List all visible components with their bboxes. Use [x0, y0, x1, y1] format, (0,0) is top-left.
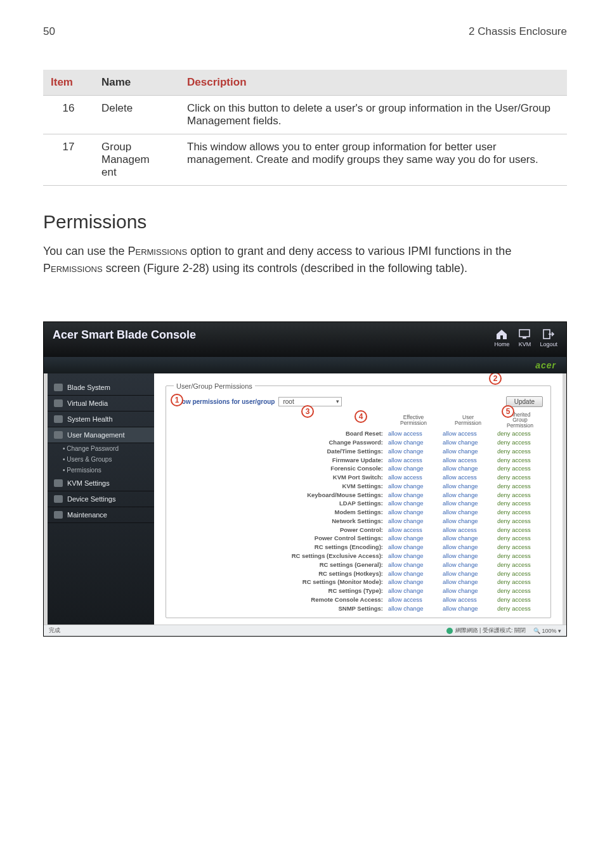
- sidebar-subitem[interactable]: • Users & Groups: [48, 454, 154, 465]
- perm-group: deny access: [497, 586, 543, 595]
- permission-row: Modem Settings:allow changeallow changed…: [174, 508, 543, 517]
- logout-icon[interactable]: Logout: [540, 328, 557, 348]
- perm-name: RC settings (Encoding):: [174, 543, 384, 552]
- sidebar-item[interactable]: Maintenance: [48, 507, 154, 523]
- perm-user[interactable]: allow change: [443, 499, 493, 508]
- perm-user[interactable]: allow change: [443, 586, 493, 595]
- perm-effective[interactable]: allow change: [388, 464, 439, 473]
- status-left: 完成: [49, 626, 60, 635]
- sidebar-item[interactable]: System Health: [48, 411, 154, 427]
- sidebar-subitem[interactable]: • Change Password: [48, 443, 154, 454]
- perm-user[interactable]: allow access: [443, 473, 493, 482]
- console-title: Acer Smart Blade Console: [53, 328, 196, 342]
- perm-effective[interactable]: allow change: [388, 586, 439, 595]
- perm-user[interactable]: allow change: [443, 438, 493, 447]
- figure-2-28: Acer Smart Blade Console Home KVM Logout…: [43, 321, 567, 637]
- sidebar-item[interactable]: Device Settings: [48, 491, 154, 507]
- perm-group: deny access: [497, 491, 543, 500]
- perm-effective[interactable]: allow change: [388, 560, 439, 569]
- permission-row: Board Reset:allow accessallow accessdeny…: [174, 429, 543, 438]
- perm-effective[interactable]: allow access: [388, 429, 439, 438]
- update-button[interactable]: Update: [506, 396, 543, 407]
- perm-user[interactable]: allow change: [443, 578, 493, 586]
- show-label: Show permissions for user/group: [174, 398, 275, 405]
- logout-label: Logout: [540, 341, 557, 347]
- user-group-select[interactable]: root: [278, 397, 342, 406]
- th-desc: Description: [179, 70, 567, 96]
- perm-name: Change Password:: [174, 438, 384, 447]
- perm-user[interactable]: allow change: [443, 447, 493, 456]
- perm-user[interactable]: allow change: [443, 491, 493, 500]
- perm-group: deny access: [497, 508, 543, 517]
- perm-effective[interactable]: allow change: [388, 482, 439, 491]
- perm-user[interactable]: allow change: [443, 482, 493, 491]
- home-icon[interactable]: Home: [494, 328, 509, 348]
- kvm-icon[interactable]: KVM: [518, 328, 531, 348]
- permission-row: Keyboard/Mouse Settings:allow changeallo…: [174, 491, 543, 500]
- perm-user[interactable]: allow change: [443, 604, 493, 613]
- perm-name: Forensic Console:: [174, 464, 384, 473]
- perm-effective[interactable]: allow access: [388, 526, 439, 534]
- perm-effective[interactable]: allow change: [388, 438, 439, 447]
- perm-user[interactable]: allow change: [443, 534, 493, 543]
- perm-effective[interactable]: allow access: [388, 473, 439, 482]
- sidebar-item[interactable]: Virtual Media: [48, 396, 154, 411]
- perm-effective[interactable]: allow change: [388, 499, 439, 508]
- page-header: 50 2 Chassis Enclosure: [43, 25, 567, 38]
- perm-effective[interactable]: allow access: [388, 456, 439, 465]
- perm-user[interactable]: allow change: [443, 517, 493, 526]
- perm-effective[interactable]: allow change: [388, 543, 439, 552]
- perm-effective[interactable]: allow change: [388, 578, 439, 586]
- titlebar-icons: Home KVM Logout: [494, 328, 557, 348]
- sidebar-item[interactable]: Blade System: [48, 380, 154, 396]
- section-title: Permissions: [43, 211, 567, 233]
- perm-user[interactable]: allow change: [443, 560, 493, 569]
- perm-effective[interactable]: allow change: [388, 552, 439, 560]
- perm-user[interactable]: allow access: [443, 429, 493, 438]
- perm-effective[interactable]: allow change: [388, 517, 439, 526]
- perm-group: deny access: [497, 482, 543, 491]
- perm-effective[interactable]: allow change: [388, 604, 439, 613]
- perm-effective[interactable]: allow change: [388, 569, 439, 578]
- permission-row: KVM Port Switch:allow accessallow access…: [174, 473, 543, 482]
- nav-label: Device Settings: [67, 495, 115, 503]
- svg-rect-1: [523, 337, 526, 339]
- nav-label: Maintenance: [67, 511, 107, 519]
- perm-group: deny access: [497, 473, 543, 482]
- perm-user[interactable]: allow change: [443, 569, 493, 578]
- sidebar-subitem[interactable]: • Permissions: [48, 465, 154, 476]
- perm-user[interactable]: allow change: [443, 552, 493, 560]
- perm-group: deny access: [497, 569, 543, 578]
- nav-glyph-icon: [54, 479, 63, 487]
- perm-user[interactable]: allow change: [443, 508, 493, 517]
- callout-1: 1: [171, 394, 183, 406]
- console-body: Blade SystemVirtual MediaSystem HealthUs…: [44, 373, 566, 625]
- sidebar-item[interactable]: User Management: [48, 427, 154, 443]
- perm-user[interactable]: allow change: [443, 464, 493, 473]
- col2-line2: Permission: [443, 420, 493, 426]
- callout-4: 4: [355, 410, 367, 423]
- perm-group: deny access: [497, 464, 543, 473]
- nav-glyph-icon: [54, 384, 63, 391]
- acer-console: Acer Smart Blade Console Home KVM Logout…: [43, 321, 567, 637]
- perm-name: Firmware Update:: [174, 456, 384, 465]
- perm-group: deny access: [497, 543, 543, 552]
- perm-name: Power Control:: [174, 526, 384, 534]
- sidebar-item[interactable]: KVM Settings: [48, 476, 154, 491]
- console-titlebar: Acer Smart Blade Console Home KVM Logout: [44, 322, 566, 357]
- permission-row: LDAP Settings:allow changeallow changede…: [174, 499, 543, 508]
- perm-effective[interactable]: allow change: [388, 447, 439, 456]
- perm-effective[interactable]: allow access: [388, 595, 439, 604]
- perm-user[interactable]: allow change: [443, 543, 493, 552]
- perm-effective[interactable]: allow change: [388, 534, 439, 543]
- permission-row: KVM Settings:allow changeallow changeden…: [174, 482, 543, 491]
- perm-user[interactable]: allow access: [443, 595, 493, 604]
- perm-effective[interactable]: allow change: [388, 491, 439, 500]
- table-row: 17GroupManagementThis window allows you …: [43, 134, 567, 186]
- perm-user[interactable]: allow access: [443, 526, 493, 534]
- cell-item: 17: [43, 134, 94, 186]
- globe-icon: [446, 628, 453, 634]
- th-name: Name: [94, 70, 179, 96]
- perm-user[interactable]: allow access: [443, 456, 493, 465]
- perm-effective[interactable]: allow change: [388, 508, 439, 517]
